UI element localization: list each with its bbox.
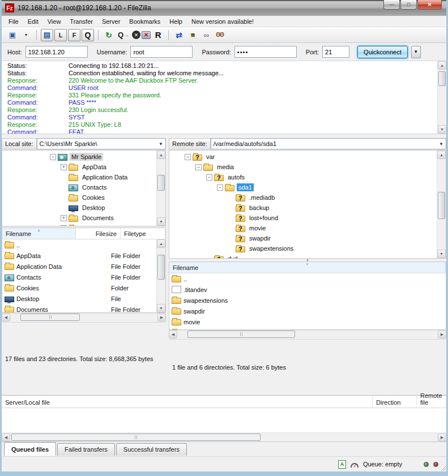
chevron-down-icon[interactable]: ▼ bbox=[439, 141, 443, 147]
tree-expander-icon[interactable] bbox=[228, 205, 234, 211]
close-button[interactable]: ✕ bbox=[417, 0, 442, 10]
port-input[interactable] bbox=[322, 46, 349, 58]
column-header-direction[interactable]: Direction bbox=[373, 396, 417, 408]
tree-item[interactable]: sda1 bbox=[174, 182, 436, 192]
tree-expander-icon[interactable] bbox=[228, 246, 234, 252]
local-tree-scrollbar[interactable]: ▲ ▼ bbox=[156, 151, 165, 226]
local-list-scrollbar[interactable]: ▲ ▼ bbox=[156, 239, 165, 312]
host-input[interactable] bbox=[25, 46, 88, 58]
local-site-combo[interactable]: C:\Users\Mr Sparkle\ ▼ bbox=[37, 138, 166, 149]
tree-item[interactable]: lost+found bbox=[174, 213, 436, 223]
tree-item[interactable]: Downloads bbox=[7, 223, 155, 226]
cancel-operation-icon[interactable]: ✕ bbox=[132, 31, 140, 39]
quickconnect-dropdown-icon[interactable]: ▼ bbox=[411, 46, 421, 58]
scrollbar-thumb[interactable] bbox=[157, 255, 165, 280]
scroll-right-icon[interactable]: ▶ bbox=[438, 331, 446, 338]
tree-expander-icon[interactable] bbox=[228, 225, 234, 231]
column-header-server-local-file[interactable]: Server/Local file bbox=[2, 396, 373, 408]
toggle-queue-icon[interactable]: Q bbox=[82, 29, 94, 41]
tree-item[interactable]: Mr Sparkle bbox=[7, 152, 155, 162]
scroll-right-icon[interactable]: ▶ bbox=[157, 314, 166, 321]
remote-list-hscrollbar[interactable]: ◀ ▶ bbox=[169, 330, 446, 339]
reconnect-icon[interactable]: R bbox=[152, 29, 164, 41]
menu-item[interactable]: Help bbox=[165, 17, 187, 26]
directory-listing-filters-icon[interactable]: ≡ bbox=[186, 29, 199, 41]
tree-item[interactable]: Desktop bbox=[7, 203, 155, 213]
file-row[interactable]: swapextensions bbox=[169, 295, 446, 306]
tree-item[interactable]: Documents bbox=[7, 213, 155, 223]
scroll-left-icon[interactable]: ◀ bbox=[2, 434, 10, 441]
menu-item[interactable]: Bookmarks bbox=[125, 17, 165, 26]
tree-expander-icon[interactable] bbox=[217, 185, 223, 191]
menu-item[interactable]: Edit bbox=[23, 17, 43, 26]
tree-expander-icon[interactable] bbox=[61, 225, 67, 227]
menu-item[interactable]: Server bbox=[97, 17, 125, 26]
scrollbar-thumb[interactable] bbox=[20, 314, 80, 321]
tree-item[interactable]: var bbox=[174, 152, 436, 162]
column-header-remote-file[interactable]: Remote file bbox=[417, 396, 446, 408]
local-list-hscrollbar[interactable]: ◀ ▶ bbox=[2, 313, 166, 322]
tree-item[interactable]: .mediadb bbox=[174, 192, 436, 203]
log-scrollbar[interactable]: ▲ ▼ bbox=[437, 61, 446, 134]
tree-expander-icon[interactable] bbox=[61, 174, 67, 181]
site-manager-icon[interactable]: ▣ bbox=[6, 29, 19, 41]
tree-item[interactable]: dvd bbox=[174, 254, 436, 259]
tree-item[interactable]: Contacts bbox=[7, 182, 155, 192]
scroll-up-icon[interactable]: ▲ bbox=[157, 239, 165, 248]
file-row[interactable]: movie bbox=[169, 316, 446, 327]
file-row[interactable]: .. bbox=[2, 239, 156, 250]
title-bar[interactable]: Fz 192.168.1.20 - root@192.168.1.20 - Fi… bbox=[2, 0, 446, 16]
column-header-filesize[interactable]: Filesize bbox=[76, 228, 121, 239]
scrollbar-thumb[interactable] bbox=[11, 434, 261, 441]
menu-item[interactable]: View bbox=[43, 17, 66, 26]
tree-expander-icon[interactable] bbox=[61, 215, 67, 221]
toggle-local-tree-icon[interactable]: L bbox=[54, 29, 67, 41]
file-row[interactable]: Cookies Folder bbox=[2, 282, 156, 293]
file-row[interactable]: Documents File Folder bbox=[2, 304, 156, 313]
tree-item[interactable]: swapdir bbox=[174, 233, 436, 243]
scroll-up-icon[interactable]: ▲ bbox=[437, 151, 446, 159]
disconnect-icon[interactable]: ✕ bbox=[142, 31, 151, 39]
toggle-remote-tree-icon[interactable]: F bbox=[68, 29, 80, 41]
file-row[interactable]: swapdir bbox=[169, 306, 446, 316]
search-files-icon[interactable]: ʘʘ bbox=[214, 29, 226, 41]
maximize-button[interactable]: □ bbox=[400, 0, 417, 10]
scroll-down-icon[interactable]: ▼ bbox=[157, 217, 165, 226]
site-manager-dropdown-icon[interactable]: ▾ bbox=[20, 29, 32, 41]
compare-directories-icon[interactable]: ⇄ bbox=[173, 29, 185, 41]
menu-item[interactable]: Transfer bbox=[65, 17, 97, 26]
file-row[interactable]: Contacts File Folder bbox=[2, 272, 156, 282]
password-input[interactable] bbox=[234, 46, 297, 58]
scroll-down-icon[interactable]: ▼ bbox=[438, 125, 446, 134]
file-row[interactable]: Desktop File bbox=[2, 293, 156, 304]
process-queue-icon[interactable]: Q bbox=[116, 29, 131, 41]
tree-expander-icon[interactable] bbox=[185, 154, 191, 160]
toggle-message-log-icon[interactable]: ▤ bbox=[41, 29, 53, 41]
tree-item[interactable]: Cookies bbox=[7, 192, 155, 203]
refresh-icon[interactable]: ↻ bbox=[103, 29, 115, 41]
tree-expander-icon[interactable] bbox=[61, 164, 67, 170]
remote-tree-scrollbar[interactable]: ▲ ▼ bbox=[437, 151, 446, 258]
tree-expander-icon[interactable] bbox=[206, 256, 212, 259]
column-header-filename[interactable]: ▾ Filename bbox=[169, 262, 446, 273]
tree-item[interactable]: swapextensions bbox=[174, 243, 436, 254]
transfer-type-icon[interactable]: A bbox=[338, 460, 346, 469]
tree-item[interactable]: backup bbox=[174, 203, 436, 213]
tree-expander-icon[interactable] bbox=[50, 154, 56, 160]
menu-item[interactable]: File bbox=[4, 17, 23, 26]
scroll-left-icon[interactable]: ◀ bbox=[169, 331, 177, 338]
scroll-down-icon[interactable]: ▼ bbox=[157, 304, 165, 312]
tree-expander-icon[interactable] bbox=[61, 185, 67, 191]
column-header-filetype[interactable]: Filetype bbox=[121, 228, 165, 239]
menu-item[interactable]: New version available! bbox=[187, 17, 258, 26]
file-row[interactable]: Application Data File Folder bbox=[2, 261, 156, 272]
scrollbar-thumb[interactable] bbox=[187, 331, 295, 338]
scroll-right-icon[interactable]: ▶ bbox=[438, 434, 446, 441]
queue-tab[interactable]: Failed transfers bbox=[57, 443, 115, 456]
chevron-down-icon[interactable]: ▼ bbox=[159, 141, 163, 147]
username-input[interactable] bbox=[130, 46, 193, 58]
tree-expander-icon[interactable] bbox=[228, 195, 234, 201]
tree-expander-icon[interactable] bbox=[228, 215, 234, 221]
file-row[interactable]: AppData File Folder bbox=[2, 250, 156, 261]
scroll-up-icon[interactable]: ▲ bbox=[157, 151, 165, 159]
